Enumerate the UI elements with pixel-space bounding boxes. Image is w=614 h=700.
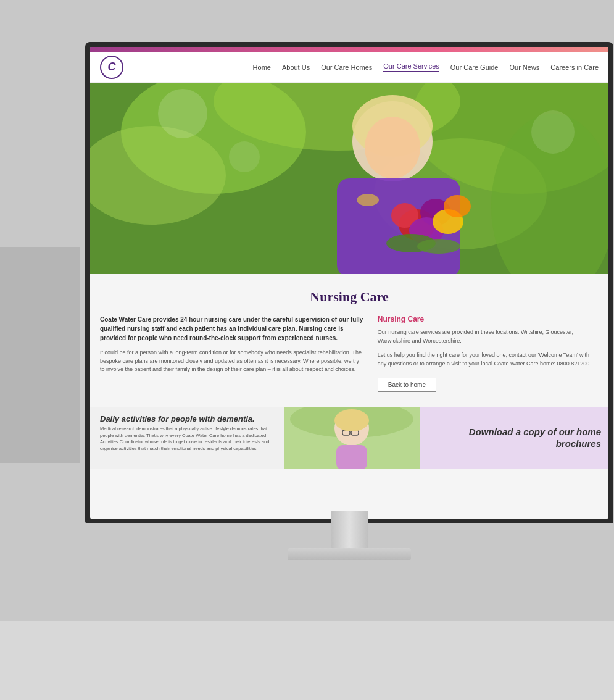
stand-base [288, 548, 411, 560]
svg-point-11 [357, 194, 379, 206]
nav-home[interactable]: Home [253, 64, 271, 71]
svg-rect-30 [336, 445, 367, 469]
nav-links: Home About Us Our Care Homes Our Care Se… [253, 62, 599, 72]
main-content: Coate Water Care provides 24 hour nursin… [100, 315, 365, 392]
svg-point-17 [444, 195, 471, 217]
svg-point-22 [531, 110, 575, 154]
left-block [0, 247, 80, 463]
bottom-garden-image [284, 407, 420, 469]
content-section: Nursing Care Coate Water Care provides 2… [90, 274, 608, 407]
desk-top-edge [0, 614, 614, 621]
nav-care-homes[interactable]: Our Care Homes [321, 64, 372, 71]
nav-news[interactable]: Our News [509, 64, 539, 71]
sidebar-content: Nursing Care Our nursing care services a… [378, 315, 599, 392]
svg-point-20 [158, 89, 207, 138]
bottom-left-title: Daily activities for people with dementi… [100, 414, 274, 423]
svg-point-9 [365, 117, 420, 178]
section-title: Nursing Care [100, 289, 599, 305]
gradient-bar [90, 47, 608, 52]
sidebar-text-2: Let us help you find the right care for … [378, 351, 599, 368]
sidebar-heading: Nursing Care [378, 315, 599, 323]
nav-care-services[interactable]: Our Care Services [383, 62, 439, 72]
stand-neck [331, 511, 368, 548]
download-text: Download a copy of our home brochures [427, 426, 601, 450]
monitor: C Home About Us Our Care Homes Our Care … [85, 42, 613, 523]
nav-careers[interactable]: Careers in Care [550, 64, 599, 71]
main-intro-body: It could be for a person with a long-ter… [100, 349, 365, 374]
monitor-bezel: C Home About Us Our Care Homes Our Care … [85, 42, 613, 523]
bottom-left: Daily activities for people with dementi… [90, 407, 284, 469]
screen: C Home About Us Our Care Homes Our Care … [90, 47, 608, 519]
bottom-section: Daily activities for people with dementi… [90, 407, 608, 469]
content-inner: Coate Water Care provides 24 hour nursin… [100, 315, 599, 392]
monitor-stand [288, 511, 411, 560]
site-logo[interactable]: C [100, 56, 123, 79]
hero-image [90, 83, 608, 274]
main-intro-bold: Coate Water Care provides 24 hour nursin… [100, 315, 365, 343]
svg-point-29 [334, 409, 369, 431]
navbar: C Home About Us Our Care Homes Our Care … [90, 52, 608, 83]
bottom-left-text: Medical research demonstrates that a phy… [100, 426, 274, 452]
nav-care-guide[interactable]: Our Care Guide [450, 64, 499, 71]
bottom-right: Download a copy of our home brochures [420, 407, 608, 469]
desk-surface [0, 614, 614, 700]
sidebar-text-1: Our nursing care services are provided i… [378, 328, 599, 345]
back-home-button[interactable]: Back to home [378, 378, 436, 392]
svg-point-21 [229, 141, 260, 172]
nav-about[interactable]: About Us [282, 64, 310, 71]
svg-point-19 [417, 239, 460, 254]
